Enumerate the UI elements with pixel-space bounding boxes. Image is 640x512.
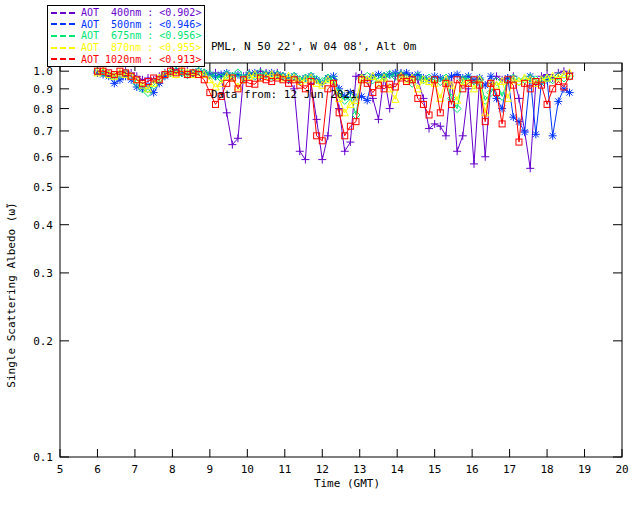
legend-box: AOT 400nm : <0.902>AOT 500nm : <0.946>AO…: [47, 5, 205, 67]
x-tick-label: 14: [391, 463, 405, 476]
legend-line-sample: [51, 23, 75, 25]
plus-marker: [442, 132, 450, 140]
legend-entry-500nm: AOT 500nm : <0.946>: [48, 19, 204, 31]
plus-marker: [318, 156, 326, 164]
plus-marker: [459, 132, 467, 140]
x-tick-label: 9: [207, 463, 214, 476]
plus-marker: [341, 147, 349, 155]
y-tick-label: 0.3: [33, 267, 53, 280]
legend-line-sample: [51, 12, 75, 14]
x-tick-label: 20: [615, 463, 628, 476]
legend-entry-label: AOT 675nm : <0.956>: [81, 30, 201, 41]
legend-entry-label: AOT 870nm : <0.955>: [81, 42, 201, 53]
asterisk-marker: [549, 132, 557, 140]
asterisk-marker: [532, 130, 540, 138]
x-tick-label: 17: [503, 463, 516, 476]
ssa-time-series-figure: 5678910111213141516171819201.00.90.80.70…: [0, 0, 640, 512]
plus-marker: [453, 147, 461, 155]
y-tick-label: 0.8: [33, 103, 53, 116]
plus-marker: [526, 164, 534, 172]
x-tick-label: 7: [132, 463, 139, 476]
x-tick-label: 6: [94, 463, 101, 476]
y-tick-label: 0.6: [33, 151, 53, 164]
x-tick-label: 16: [466, 463, 479, 476]
y-tick-label: 0.9: [33, 83, 53, 96]
plus-marker: [481, 153, 489, 161]
plus-marker: [515, 94, 523, 102]
legend-line-sample: [51, 58, 75, 60]
plus-marker: [301, 156, 309, 164]
legend-line-sample: [51, 47, 75, 49]
plus-marker: [470, 160, 478, 168]
x-tick-label: 12: [316, 463, 329, 476]
x-tick-label: 18: [540, 463, 553, 476]
title-block: PML, N 50 22', W 04 08', Alt 0m Data fro…: [211, 7, 416, 135]
legend-entry-label: AOT 400nm : <0.902>: [81, 7, 201, 18]
x-axis-label: Time (GMT): [0, 477, 640, 490]
asterisk-marker: [521, 128, 529, 136]
legend-entry-400nm: AOT 400nm : <0.902>: [48, 7, 204, 19]
x-tick-label: 5: [57, 463, 64, 476]
y-tick-label: 0.2: [33, 335, 53, 348]
x-tick-label: 11: [278, 463, 291, 476]
x-tick-label: 8: [169, 463, 176, 476]
date-subtitle: Data from: 12 Jun 2021: [211, 87, 416, 103]
legend-entry-label: AOT 1020nm : <0.913>: [81, 54, 201, 65]
y-tick-label: 1.0: [33, 65, 53, 78]
y-tick-label: 0.7: [33, 125, 53, 138]
x-tick-label: 19: [578, 463, 591, 476]
x-tick-label: 10: [241, 463, 254, 476]
y-tick-label: 0.5: [33, 181, 53, 194]
asterisk-marker: [554, 97, 562, 105]
plus-marker: [296, 147, 304, 155]
y-tick-label: 0.4: [33, 219, 53, 232]
legend-entry-label: AOT 500nm : <0.946>: [81, 19, 201, 30]
y-axis-label: Single Scattering Albedo (ω̃): [5, 202, 18, 387]
x-tick-label: 13: [353, 463, 366, 476]
y-tick-label: 0.1: [33, 451, 53, 464]
legend-entry-675nm: AOT 675nm : <0.956>: [48, 30, 204, 42]
asterisk-marker: [515, 118, 523, 126]
x-tick-label: 15: [428, 463, 441, 476]
station-title: PML, N 50 22', W 04 08', Alt 0m: [211, 39, 416, 55]
legend-entry-870nm: AOT 870nm : <0.955>: [48, 42, 204, 54]
legend-line-sample: [51, 35, 75, 37]
legend-entry-1020nm: AOT 1020nm : <0.913>: [48, 53, 204, 65]
